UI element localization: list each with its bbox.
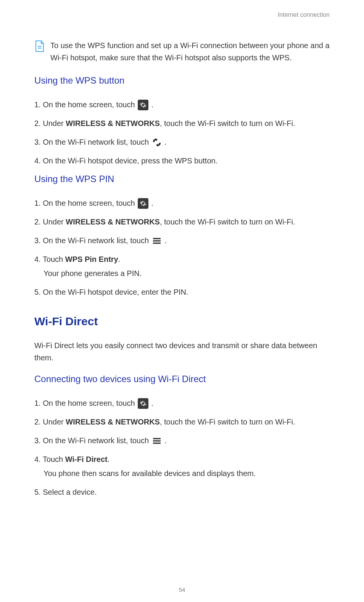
step-number: 2. [34,218,43,226]
step-number: 2. [34,119,43,128]
step-text: Select a device. [43,488,97,496]
step-text: On the Wi-Fi hotspot device, press the W… [43,157,217,165]
settings-gear-icon [138,198,148,209]
step-item: 3. On the Wi-Fi network list, touch . [34,435,330,447]
steps-wps-button: 1. On the home screen, touch . 2. Under … [34,99,330,167]
step-number: 3. [34,436,43,445]
step-bold-text: WIRELESS & NETWORKS [66,418,160,426]
note-doc-icon [34,40,45,52]
step-text: On the Wi-Fi network list, touch [43,138,151,146]
menu-hamburger-icon [152,237,162,245]
step-text: . [108,455,110,463]
step-number: 1. [34,100,43,109]
section-title-wifi-direct: Wi-Fi Direct [34,315,330,328]
step-sub-text: You phone then scans for available devic… [43,468,330,479]
settings-gear-icon [138,100,148,110]
step-item: 1. On the home screen, touch . [34,197,330,209]
step-text: , touch the Wi-Fi switch to turn on Wi-F… [160,218,295,226]
step-text: . [163,436,167,445]
step-text: On the Wi-Fi hotspot device, enter the P… [43,288,188,296]
step-item: 4. Touch Wi-Fi Direct. You phone then sc… [34,454,330,479]
step-item: 2. Under WIRELESS & NETWORKS, touch the … [34,216,330,228]
step-number: 2. [34,418,43,426]
step-bold-text: WPS Pin Entry [65,255,118,263]
step-text: . [149,100,153,109]
step-number: 5. [34,288,43,296]
step-text: . [163,138,167,146]
step-item: 4. Touch WPS Pin Entry. Your phone gener… [34,253,330,279]
step-text: Under [43,119,66,128]
page-number: 54 [0,586,364,593]
step-number: 5. [34,488,43,496]
header-breadcrumb: Internet connection [34,11,330,18]
step-item: 5. Select a device. [34,486,330,498]
step-bold-text: WIRELESS & NETWORKS [66,119,160,128]
step-text: . [149,199,153,207]
step-text: On the home screen, touch [43,399,137,407]
step-number: 4. [34,455,43,463]
step-number: 4. [34,255,43,263]
step-sub-text: Your phone generates a PIN. [43,268,330,279]
step-text: . [149,399,153,407]
step-item: 3. On the Wi-Fi network list, touch . [34,235,330,247]
step-bold-text: WIRELESS & NETWORKS [66,218,160,226]
step-text: On the home screen, touch [43,199,137,207]
settings-gear-icon [138,398,148,409]
step-item: 4. On the Wi-Fi hotspot device, press th… [34,155,330,167]
subheading-wps-button: Using the WPS button [34,75,330,86]
wps-arrows-icon [152,138,162,147]
step-item: 1. On the home screen, touch . [34,99,330,111]
step-number: 1. [34,199,43,207]
step-text: . [163,236,167,245]
step-number: 1. [34,399,43,407]
subheading-wps-pin: Using the WPS PIN [34,174,330,184]
step-text: Touch [43,255,65,263]
step-item: 1. On the home screen, touch . [34,397,330,409]
step-text: Under [43,218,66,226]
step-item: 5. On the Wi-Fi hotspot device, enter th… [34,286,330,298]
step-text: Under [43,418,66,426]
step-text: Touch [43,455,65,463]
step-number: 3. [34,138,43,146]
step-text: On the home screen, touch [43,100,137,109]
step-item: 2. Under WIRELESS & NETWORKS, touch the … [34,118,330,129]
step-text: On the Wi-Fi network list, touch [43,236,151,245]
steps-wps-pin: 1. On the home screen, touch . 2. Under … [34,197,330,298]
steps-wifi-direct: 1. On the home screen, touch . 2. Under … [34,397,330,498]
step-number: 4. [34,157,43,165]
step-text: On the Wi-Fi network list, touch [43,436,151,445]
step-text: . [118,255,121,263]
step-text: , touch the Wi-Fi switch to turn on Wi-F… [160,418,295,426]
step-item: 3. On the Wi-Fi network list, touch . [34,136,330,148]
step-number: 3. [34,236,43,245]
subheading-connecting: Connecting two devices using Wi-Fi Direc… [34,374,330,384]
step-item: 2. Under WIRELESS & NETWORKS, touch the … [34,416,330,428]
step-text: , touch the Wi-Fi switch to turn on Wi-F… [160,119,295,128]
note-callout: To use the WPS function and set up a Wi-… [34,39,330,64]
step-bold-text: Wi-Fi Direct [65,455,108,463]
note-text: To use the WPS function and set up a Wi-… [50,39,330,64]
menu-hamburger-icon [152,437,162,445]
section-intro: Wi-Fi Direct lets you easily connect two… [34,339,330,364]
